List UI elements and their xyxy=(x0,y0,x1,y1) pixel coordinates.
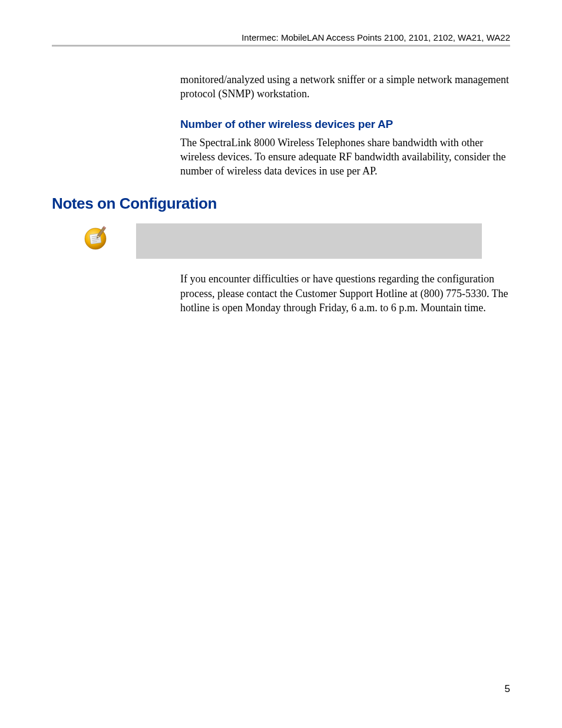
page-number: 5 xyxy=(505,683,510,695)
subsection-heading: Number of other wireless devices per AP xyxy=(180,118,510,131)
intro-paragraph: monitored/analyzed using a network sniff… xyxy=(180,73,510,101)
subsection-paragraph: The SpectraLink 8000 Wireless Telephones… xyxy=(180,136,510,179)
header-rule xyxy=(52,45,510,47)
body-column: monitored/analyzed using a network sniff… xyxy=(180,73,510,178)
section-paragraph: If you encounter difficulties or have qu… xyxy=(180,272,510,315)
page: Intermec: MobileLAN Access Points 2100, … xyxy=(0,0,562,728)
running-head: Intermec: MobileLAN Access Points 2100, … xyxy=(52,32,510,42)
note-grey-bar xyxy=(136,223,482,259)
note-callout-row xyxy=(52,223,510,259)
notepad-pencil-icon xyxy=(84,226,136,251)
note-icon-cell xyxy=(52,223,136,251)
body-column: If you encounter difficulties or have qu… xyxy=(180,272,510,315)
section-heading-notes-on-configuration: Notes on Configuration xyxy=(52,195,510,213)
